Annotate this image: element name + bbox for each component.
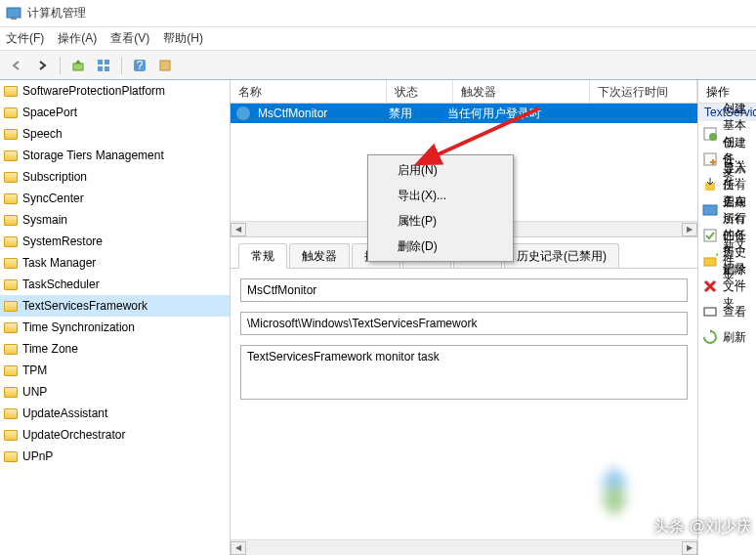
tree-item[interactable]: UpdateAssistant bbox=[0, 403, 230, 424]
svg-rect-6 bbox=[105, 66, 109, 71]
details-panel: 常规触发器操作条件设置历史记录(已禁用) MsCtfMonitor \Micro… bbox=[231, 236, 697, 555]
show-icon bbox=[702, 202, 718, 218]
tree-item[interactable]: Task Manager bbox=[0, 252, 230, 274]
tree-item-label: SpacePort bbox=[22, 106, 77, 119]
tree-item-label: TPM bbox=[22, 363, 47, 377]
svg-text:✦: ✦ bbox=[714, 253, 718, 262]
tree-item[interactable]: Speech bbox=[0, 123, 230, 145]
tree-item-label: SoftwareProtectionPlatform bbox=[22, 84, 165, 98]
tree-item[interactable]: SpacePort bbox=[0, 102, 230, 123]
tree-item[interactable]: SoftwareProtectionPlatform bbox=[0, 80, 230, 102]
scroll-left-icon[interactable]: ◀ bbox=[231, 223, 246, 236]
tab[interactable]: 常规 bbox=[238, 243, 287, 269]
new-icon bbox=[702, 126, 718, 142]
center-panel: 名称 状态 触发器 下次运行时间 MsCtfMonitor 禁用 当任何用户登录… bbox=[231, 80, 697, 555]
tree-item[interactable]: UPnP bbox=[0, 446, 230, 467]
svg-rect-18 bbox=[704, 308, 716, 316]
path-field[interactable]: \Microsoft\Windows\TextServicesFramework bbox=[240, 312, 688, 335]
scroll-left-icon[interactable]: ◀ bbox=[231, 541, 246, 555]
up-button[interactable] bbox=[67, 55, 89, 76]
tree-item[interactable]: TPM bbox=[0, 360, 230, 381]
context-menu-item[interactable]: 删除(D) bbox=[370, 234, 511, 259]
col-name[interactable]: 名称 bbox=[231, 80, 387, 103]
svg-rect-3 bbox=[98, 60, 103, 64]
context-menu-item[interactable]: 属性(P) bbox=[370, 208, 511, 234]
tree-item-label: TextServicesFramework bbox=[22, 299, 147, 313]
action-item[interactable]: 刷新 bbox=[698, 324, 756, 350]
action-label: 刷新 bbox=[723, 329, 746, 346]
folder-icon bbox=[4, 344, 18, 355]
svg-rect-15 bbox=[704, 230, 716, 241]
col-trigger[interactable]: 触发器 bbox=[453, 80, 590, 103]
col-next[interactable]: 下次运行时间 bbox=[590, 80, 697, 103]
task-row[interactable]: MsCtfMonitor 禁用 当任何用户登录时 bbox=[231, 104, 697, 123]
menu-help[interactable]: 帮助(H) bbox=[163, 30, 203, 47]
newfolder-icon: ✦ bbox=[702, 253, 718, 269]
menu-file[interactable]: 文件(F) bbox=[6, 30, 44, 47]
menu-action[interactable]: 操作(A) bbox=[58, 30, 97, 47]
svg-rect-4 bbox=[105, 60, 109, 64]
tree-item[interactable]: SyncCenter bbox=[0, 188, 230, 209]
context-menu: 启用(N)导出(X)...属性(P)删除(D) bbox=[367, 154, 514, 262]
tree-item-label: Subscription bbox=[22, 170, 87, 184]
tree-item[interactable]: Time Synchronization bbox=[0, 317, 230, 338]
folder-icon bbox=[4, 258, 18, 269]
tab[interactable]: 触发器 bbox=[289, 243, 350, 269]
enable-icon bbox=[702, 228, 718, 243]
context-menu-item[interactable]: 启用(N) bbox=[370, 157, 511, 183]
scroll-right-icon[interactable]: ▶ bbox=[682, 223, 697, 236]
col-state[interactable]: 状态 bbox=[387, 80, 453, 103]
name-field[interactable]: MsCtfMonitor bbox=[240, 278, 688, 302]
tree-item[interactable]: SystemRestore bbox=[0, 231, 230, 252]
svg-rect-0 bbox=[7, 8, 21, 18]
folder-icon bbox=[4, 322, 18, 333]
task-state: 禁用 bbox=[385, 106, 443, 122]
tree-item[interactable]: TextServicesFramework bbox=[0, 295, 230, 317]
tree-item-label: Speech bbox=[22, 127, 63, 141]
tree-item-label: SyncCenter bbox=[22, 192, 84, 205]
tree-item[interactable]: Subscription bbox=[0, 166, 230, 188]
task-icon bbox=[236, 107, 250, 120]
task-list-header: 名称 状态 触发器 下次运行时间 bbox=[231, 80, 697, 104]
actions-pane: 操作 TextServicesFramework 创建基本任务...创建任务..… bbox=[697, 80, 756, 555]
tree-item[interactable]: Storage Tiers Management bbox=[0, 145, 230, 166]
folder-icon bbox=[4, 451, 18, 462]
svg-rect-14 bbox=[703, 205, 717, 215]
task-name: MsCtfMonitor bbox=[254, 107, 385, 120]
folder-icon bbox=[4, 172, 18, 183]
folder-icon bbox=[4, 430, 18, 441]
h-scrollbar-2[interactable]: ◀ ▶ bbox=[231, 539, 697, 555]
views-button[interactable] bbox=[93, 55, 114, 76]
nav-tree[interactable]: SoftwareProtectionPlatformSpacePortSpeec… bbox=[0, 80, 231, 555]
tree-item[interactable]: UNP bbox=[0, 381, 230, 403]
action-item[interactable]: 删除文件夹 bbox=[698, 274, 756, 299]
tree-item-label: Time Zone bbox=[22, 342, 78, 356]
tab-body-general: MsCtfMonitor \Microsoft\Windows\TextServ… bbox=[231, 268, 697, 539]
folder-icon bbox=[4, 193, 18, 204]
forward-button[interactable] bbox=[31, 55, 53, 76]
svg-rect-2 bbox=[73, 64, 83, 70]
import-icon bbox=[702, 177, 718, 192]
tree-item[interactable]: Time Zone bbox=[0, 338, 230, 360]
context-menu-item[interactable]: 导出(X)... bbox=[370, 183, 511, 208]
menu-view[interactable]: 查看(V) bbox=[110, 30, 149, 47]
svg-rect-5 bbox=[98, 66, 103, 71]
tree-item[interactable]: UpdateOrchestrator bbox=[0, 424, 230, 446]
tree-item-label: UpdateAssistant bbox=[22, 406, 107, 420]
tab[interactable]: 历史记录(已禁用) bbox=[504, 243, 619, 269]
task-trigger: 当任何用户登录时 bbox=[443, 106, 545, 122]
app-icon bbox=[6, 6, 21, 21]
desc-field[interactable]: TextServicesFramework monitor task bbox=[240, 345, 688, 400]
prop-button[interactable] bbox=[154, 55, 176, 76]
folder-icon bbox=[4, 215, 18, 226]
scroll-right-icon[interactable]: ▶ bbox=[682, 541, 697, 555]
tree-item-label: Storage Tiers Management bbox=[22, 149, 164, 162]
tree-item[interactable]: TaskScheduler bbox=[0, 274, 230, 295]
new2-icon bbox=[702, 151, 718, 167]
tree-item-label: Sysmain bbox=[22, 213, 67, 227]
main-area: SoftwareProtectionPlatformSpacePortSpeec… bbox=[0, 80, 756, 555]
tree-item[interactable]: Sysmain bbox=[0, 209, 230, 231]
menu-bar: 文件(F) 操作(A) 查看(V) 帮助(H) bbox=[0, 27, 756, 51]
help-button[interactable]: ? bbox=[129, 55, 150, 76]
back-button[interactable] bbox=[6, 55, 27, 76]
